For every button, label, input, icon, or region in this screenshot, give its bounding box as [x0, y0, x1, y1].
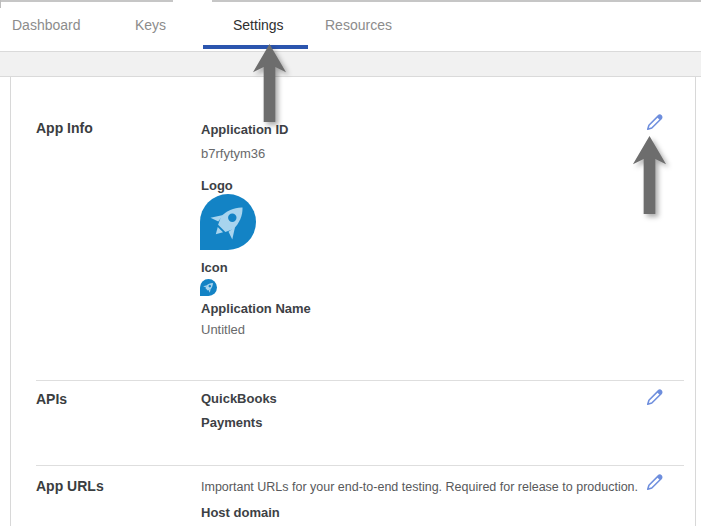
icon-label: Icon [201, 261, 228, 275]
pencil-icon [643, 111, 665, 133]
edit-apis-button[interactable] [643, 386, 665, 408]
top-border-segment [0, 0, 173, 2]
tab-keys[interactable]: Keys [135, 17, 166, 33]
section-divider [36, 380, 684, 381]
application-name-label: Application Name [201, 302, 311, 316]
application-id-value: b7rfytym36 [201, 147, 265, 161]
section-title-apis: APIs [36, 392, 67, 407]
pencil-icon [643, 471, 665, 493]
settings-card: App Info Application ID b7rfytym36 Logo [10, 77, 696, 526]
tab-dashboard[interactable]: Dashboard [12, 17, 81, 33]
rocket-logo-icon [200, 194, 256, 250]
logo-label: Logo [201, 179, 233, 193]
pencil-icon [643, 386, 665, 408]
api-item-quickbooks: QuickBooks [201, 392, 277, 406]
up-arrow-annotation-edit-button [631, 136, 668, 214]
section-divider [36, 465, 684, 466]
host-domain-label: Host domain [201, 506, 280, 520]
application-name-value: Untitled [201, 323, 245, 337]
sub-header-band [0, 51, 701, 77]
up-arrow-annotation-settings-tab [252, 43, 287, 123]
edit-app-urls-button[interactable] [643, 471, 665, 493]
tab-resources[interactable]: Resources [325, 17, 392, 33]
top-border-segment [212, 0, 701, 2]
app-urls-description: Important URLs for your end-to-end testi… [201, 480, 638, 494]
tab-settings[interactable]: Settings [233, 17, 284, 33]
rocket-app-icon [200, 279, 217, 296]
top-left-tick [0, 0, 1, 8]
application-id-label: Application ID [201, 123, 288, 137]
app-settings-page: Dashboard Keys Settings Resources App In… [0, 0, 701, 526]
section-title-app-urls: App URLs [36, 479, 104, 494]
edit-app-info-button[interactable] [643, 111, 665, 133]
api-item-payments: Payments [201, 416, 262, 430]
section-title-app-info: App Info [36, 121, 93, 136]
